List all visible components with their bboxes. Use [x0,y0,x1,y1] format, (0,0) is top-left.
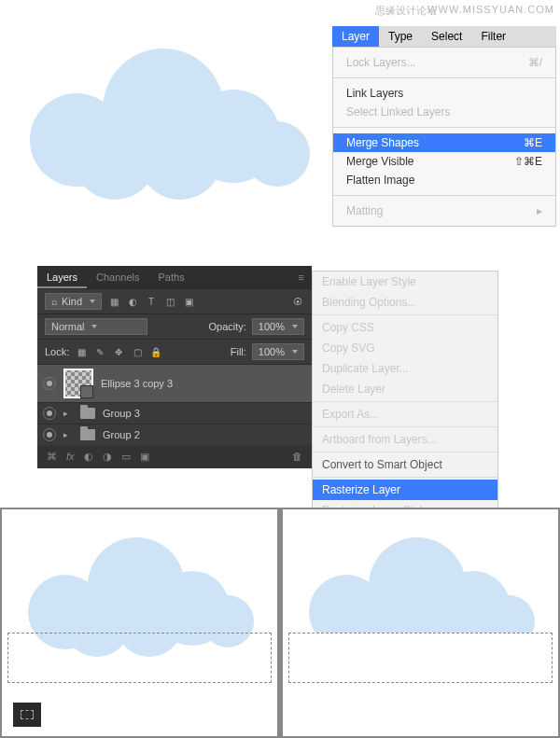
opacity-select[interactable]: 100% [252,318,304,335]
ctx-item[interactable]: Export As... [313,404,497,425]
ctx-item[interactable]: Convert to Smart Object [313,454,497,475]
ctx-item[interactable]: Duplicate Layer... [313,358,497,379]
layer-row[interactable]: ▸Group 2 [37,424,312,445]
menu-item[interactable]: Merge Visible⇧⌘E [333,152,555,171]
filter-shape-icon[interactable]: ◫ [163,295,176,308]
menu-item[interactable]: Select Linked Layers [333,103,555,121]
menu-item[interactable]: Flatten Image [333,171,555,189]
fill-label: Fill: [231,346,246,357]
tab-paths[interactable]: Paths [149,266,194,288]
layer-list: Ellipse 3 copy 3▸Group 3▸Group 2 [37,364,312,445]
menu-item[interactable]: Matting▸ [333,202,555,220]
ctx-item[interactable]: Copy CSS [313,317,497,338]
folder-icon [80,429,95,440]
menu-item[interactable]: Lock Layers...⌘/ [333,53,555,72]
adjust-icon[interactable]: ◑ [103,451,112,463]
layer-row[interactable]: Ellipse 3 copy 3 [37,364,312,402]
tab-channels[interactable]: Channels [87,266,148,288]
blend-select[interactable]: Normal [45,318,147,335]
ctx-item[interactable]: Rasterize Layer [313,480,497,500]
tab-layers[interactable]: Layers [37,266,87,288]
trash-icon[interactable]: 🗑 [292,451,302,463]
visibility-icon[interactable] [43,377,56,390]
marquee-tool-icon[interactable] [13,703,41,727]
lock-move-icon[interactable]: ✥ [112,345,125,358]
opacity-label: Opacity: [209,321,246,332]
lock-artboard-icon[interactable]: ▢ [131,345,144,358]
filter-image-icon[interactable]: ▦ [107,295,120,308]
filter-type-icon[interactable]: T [145,295,158,308]
folder-icon [80,408,95,419]
panel-bottom: ⌘ fx ◐ ◑ ▭ ▣ 🗑 [37,445,312,468]
menu-layer[interactable]: Layer [332,26,379,47]
visibility-icon[interactable] [43,407,56,420]
bottom-comparison [0,508,560,738]
right-pane [277,509,558,736]
filter-adjust-icon[interactable]: ◐ [126,295,139,308]
cloud-illustration [19,49,299,198]
kind-select[interactable]: ⌕Kind [45,293,102,310]
layer-name: Group 3 [103,408,140,419]
menubar: Layer Type Select Filter [332,26,556,47]
marquee-selection [7,633,272,683]
layers-panel: Layers Channels Paths ≡ ⌕Kind ▦ ◐ T ◫ ▣ … [37,266,312,468]
filter-smart-icon[interactable]: ▣ [182,295,195,308]
ctx-item[interactable]: Copy SVG [313,338,497,358]
layer-name: Group 2 [103,429,140,440]
mask-icon[interactable]: ◐ [84,451,93,463]
filter-toggle-icon[interactable]: ⦿ [291,295,304,308]
ctx-item[interactable]: Delete Layer [313,379,497,399]
visibility-icon[interactable] [43,428,56,441]
layer-thumb [63,369,93,398]
ctx-item[interactable]: Artboard from Layers... [313,429,497,450]
panel-tabs: Layers Channels Paths ≡ [37,266,312,288]
left-pane [2,509,277,736]
lock-trans-icon[interactable]: ▦ [75,345,88,358]
lock-row: Lock: ▦ ✎ ✥ ▢ 🔒 Fill: 100% [37,339,312,364]
menu-item[interactable]: Merge Shapes⌘E [333,133,555,152]
menu-filter[interactable]: Filter [471,26,515,47]
blend-row: Normal Opacity: 100% [37,313,312,339]
fill-select[interactable]: 100% [252,343,304,360]
lock-all-icon[interactable]: 🔒 [149,345,162,358]
layer-row[interactable]: ▸Group 3 [37,402,312,424]
watermark-en: WWW.MISSYUAN.COM [427,4,554,15]
layer-name: Ellipse 3 copy 3 [101,378,173,389]
lock-brush-icon[interactable]: ✎ [93,345,106,358]
fx-icon[interactable]: fx [66,451,75,463]
ctx-item[interactable]: Enable Layer Style [313,272,497,292]
new-icon[interactable]: ▣ [140,451,149,463]
filter-row: ⌕Kind ▦ ◐ T ◫ ▣ ⦿ [37,288,312,313]
ctx-item[interactable]: Blending Options... [313,292,497,313]
group-icon[interactable]: ▭ [121,451,131,463]
marquee-selection [288,633,553,683]
link-icon[interactable]: ⌘ [47,451,57,463]
menu-item[interactable]: Link Layers [333,84,555,103]
menu-type[interactable]: Type [379,26,422,47]
lock-label: Lock: [45,346,69,357]
menu-select[interactable]: Select [422,26,471,47]
panel-menu-icon[interactable]: ≡ [291,266,312,288]
layer-dropdown: Lock Layers...⌘/Link LayersSelect Linked… [332,47,556,227]
